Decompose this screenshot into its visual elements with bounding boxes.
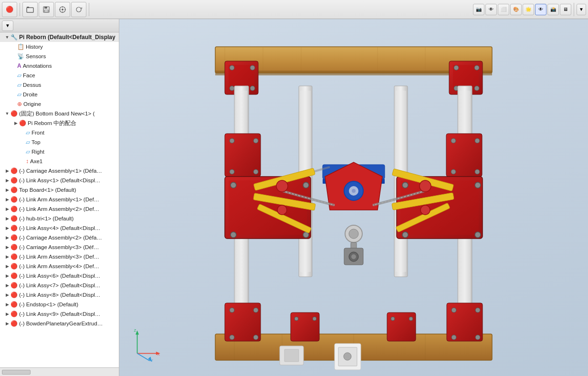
target-button[interactable] bbox=[55, 2, 70, 17]
tree-item-link-arm4[interactable]: ▶ 🔴 (-) Link Arm Assembly<4> (Def… bbox=[0, 261, 119, 271]
open-button[interactable] bbox=[22, 2, 38, 17]
save-button[interactable] bbox=[39, 2, 54, 17]
tree-item-hub-tri1[interactable]: ▶ 🔴 (-) hub-tri<1> (Default) bbox=[0, 214, 119, 223]
display-icon-btn[interactable]: ⬜ bbox=[498, 4, 509, 15]
link-arm4-arrow: ▶ bbox=[4, 264, 10, 269]
tree-item-face[interactable]: ▱ Face bbox=[0, 71, 119, 80]
svg-point-82 bbox=[420, 180, 431, 192]
carriage2-arrow: ▶ bbox=[4, 235, 10, 240]
left-panel-scrollbar[interactable] bbox=[0, 367, 119, 376]
tree-item-origine[interactable]: ⊕ Origine bbox=[0, 99, 119, 109]
tree-item-link-assy7[interactable]: ▶ 🔴 (-) Link Assy<7> (Default<Displ… bbox=[0, 281, 119, 290]
svg-point-21 bbox=[230, 65, 234, 70]
endstop1-arrow: ▶ bbox=[4, 302, 10, 307]
link-arm4-icon: 🔴 bbox=[10, 263, 18, 270]
pi-reborn-config-icon: 🔴 bbox=[19, 120, 26, 126]
svg-point-91 bbox=[253, 308, 258, 313]
svg-point-73 bbox=[352, 189, 356, 193]
link-assy1-arrow: ▶ bbox=[4, 178, 10, 183]
tree-item-top-board1[interactable]: ▶ 🔴 Top Board<1> (Default) bbox=[0, 185, 119, 195]
svg-point-75 bbox=[349, 229, 358, 239]
link-assy8-label: (-) Link Assy<8> (Default<Displ… bbox=[19, 292, 117, 298]
new-button[interactable]: 🔴 bbox=[2, 2, 17, 17]
tree-item-carriage2[interactable]: ▶ 🔴 (-) Carriage Assembly<2> (Défa… bbox=[0, 233, 119, 242]
photoview-icon-btn[interactable]: 📸 bbox=[547, 4, 559, 15]
svg-point-93 bbox=[253, 335, 258, 340]
tree-item-bottom-board[interactable]: ▼ 🔴 (固定) Bottom Board New<1> ( bbox=[0, 109, 119, 118]
tree-item-history[interactable]: 📋 History bbox=[0, 42, 119, 52]
link-assy7-icon: 🔴 bbox=[10, 282, 18, 289]
tree-item-endstop1[interactable]: ▶ 🔴 (-) Endstop<1> (Default) bbox=[0, 300, 119, 309]
top-plane-icon: ▱ bbox=[26, 139, 30, 146]
link-assy6-arrow: ▶ bbox=[4, 273, 10, 278]
svg-point-58 bbox=[475, 182, 481, 188]
scene-icon-btn[interactable]: 🌟 bbox=[523, 4, 534, 15]
svg-point-96 bbox=[475, 308, 480, 313]
left-panel: ▼ ▼ 🔧 Pi Reborn (Default<Default_Display… bbox=[0, 19, 119, 376]
tree-item-right[interactable]: ▱ Right bbox=[0, 147, 119, 157]
sep-vp bbox=[574, 3, 574, 16]
svg-line-116 bbox=[137, 354, 150, 361]
tree-item-carriage1[interactable]: ▶ 🔴 (-) Carriage Assembly<1> (Défa… bbox=[0, 166, 119, 176]
robot-3d-model bbox=[187, 29, 521, 372]
tree-item-annotations[interactable]: A Annotations bbox=[0, 61, 119, 71]
link-assy7-label: (-) Link Assy<7> (Default<Displ… bbox=[19, 282, 117, 288]
tree-item-sensors[interactable]: 📡 Sensors bbox=[0, 52, 119, 61]
tree-item-link-assy4[interactable]: ▶ 🔴 (-) Link Assy<4> (Default<Displ… bbox=[0, 223, 119, 233]
link-arm3-icon: 🔴 bbox=[10, 253, 18, 260]
link-assy6-label: (-) Link Assy<6> (Default<Displ… bbox=[19, 273, 117, 279]
tree-item-link-assy1[interactable]: ▶ 🔴 (-) Link Assy<1> (Default<Displ… bbox=[0, 176, 119, 185]
tree-item-link-arm2[interactable]: ▶ 🔴 (-) Link Arm Assembly<2> (Def… bbox=[0, 204, 119, 214]
tree-item-carriage3[interactable]: ▶ 🔴 (-) Carriage Assembly<3> (Déf… bbox=[0, 242, 119, 252]
camera-icon-btn[interactable]: 📷 bbox=[473, 4, 484, 15]
tree-item-top[interactable]: ▱ Top bbox=[0, 137, 119, 147]
tree-item-front[interactable]: ▱ Front bbox=[0, 128, 119, 137]
svg-point-6 bbox=[62, 9, 63, 10]
filter-button[interactable]: ▼ bbox=[2, 21, 13, 31]
realview-icon-btn[interactable]: 👁 bbox=[535, 4, 546, 15]
viewport-3d[interactable]: Z X Y bbox=[119, 19, 588, 376]
bottom-board-arrow: ▼ bbox=[4, 111, 10, 116]
bottom-board-icon: 🔴 bbox=[10, 110, 18, 117]
svg-point-59 bbox=[402, 232, 408, 238]
pi-reborn-config-label: Pi Reborn 中的配合 bbox=[28, 120, 117, 127]
rotate-button[interactable] bbox=[71, 2, 86, 17]
link-assy1-icon: 🔴 bbox=[10, 177, 18, 184]
link-assy9-label: (-) Link Assy<9> (Default<Displ… bbox=[19, 311, 117, 317]
monitor-icon-btn[interactable]: 🖥 bbox=[560, 4, 571, 15]
annotations-label: Annotations bbox=[23, 63, 117, 69]
tree-root-item[interactable]: ▼ 🔧 Pi Reborn (Default<Default_Display bbox=[0, 32, 119, 42]
arrow-btn[interactable]: ▼ bbox=[577, 4, 586, 15]
tree-item-pi-reborn-config[interactable]: ▶ 🔴 Pi Reborn 中的配合 bbox=[0, 118, 119, 128]
svg-rect-3 bbox=[44, 7, 47, 9]
root-arrow: ▼ bbox=[4, 35, 10, 40]
link-assy9-arrow: ▶ bbox=[4, 312, 10, 316]
link-assy4-icon: 🔴 bbox=[10, 225, 18, 231]
history-label: History bbox=[26, 44, 117, 50]
tree-item-link-arm1[interactable]: ▶ 🔴 (-) Link Arm Assembly<1> (Def… bbox=[0, 195, 119, 204]
tree-item-axe1[interactable]: ↕ Axe1 bbox=[0, 157, 119, 166]
hub-tri1-arrow: ▶ bbox=[4, 216, 10, 221]
link-arm1-label: (-) Link Arm Assembly<1> (Def… bbox=[19, 197, 117, 202]
svg-point-79 bbox=[351, 254, 356, 259]
top-board1-icon: 🔴 bbox=[10, 187, 18, 193]
feature-tree[interactable]: ▼ 🔧 Pi Reborn (Default<Default_Display 📋… bbox=[0, 32, 119, 367]
horizontal-scrollbar-thumb[interactable] bbox=[2, 370, 31, 375]
tree-item-bowden[interactable]: ▶ 🔴 (-) BowdenPlanetaryGearExtrud… bbox=[0, 319, 119, 328]
svg-point-83 bbox=[420, 205, 430, 215]
link-assy8-arrow: ▶ bbox=[4, 292, 10, 297]
link-assy9-icon: 🔴 bbox=[10, 311, 18, 317]
link-assy4-arrow: ▶ bbox=[4, 226, 10, 230]
tree-item-link-assy9[interactable]: ▶ 🔴 (-) Link Assy<9> (Default<Displ… bbox=[0, 309, 119, 319]
sensors-label: Sensors bbox=[26, 53, 117, 59]
tree-item-droite[interactable]: ▱ Droite bbox=[0, 90, 119, 99]
tree-item-link-arm3[interactable]: ▶ 🔴 (-) Link Arm Assembly<3> (Def… bbox=[0, 252, 119, 261]
tree-item-link-assy6[interactable]: ▶ 🔴 (-) Link Assy<6> (Default<Displ… bbox=[0, 271, 119, 281]
svg-point-41 bbox=[253, 138, 258, 143]
link-arm2-icon: 🔴 bbox=[10, 206, 18, 212]
tree-item-dessus[interactable]: ▱ Dessus bbox=[0, 80, 119, 90]
carriage3-icon: 🔴 bbox=[10, 244, 18, 251]
appearance-icon-btn[interactable]: 🎨 bbox=[510, 4, 522, 15]
eye-icon-btn[interactable]: 👁 bbox=[485, 4, 497, 15]
tree-item-link-assy8[interactable]: ▶ 🔴 (-) Link Assy<8> (Default<Displ… bbox=[0, 290, 119, 300]
